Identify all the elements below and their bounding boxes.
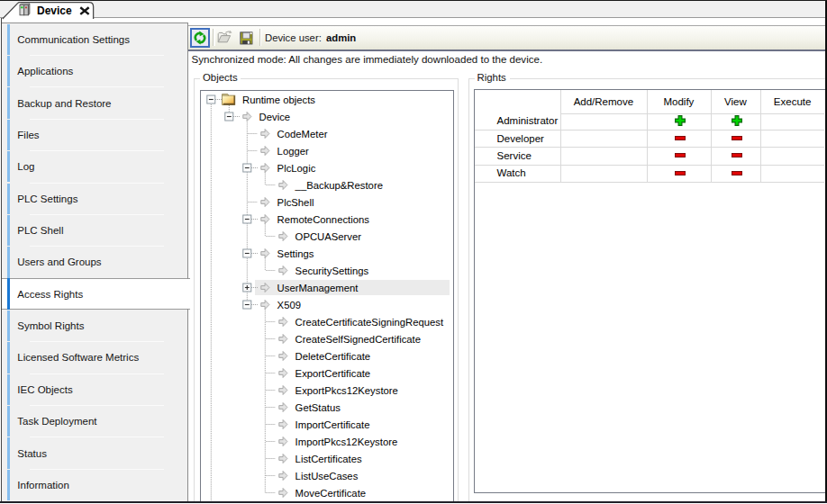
svg-text:ImportPkcs12Keystore: ImportPkcs12Keystore [295,436,398,447]
svg-text:Device: Device [259,112,291,122]
svg-text:ImportCertificate: ImportCertificate [295,419,370,430]
svg-text:ListUseCases: ListUseCases [295,471,359,482]
svg-text:PlcLogic: PlcLogic [277,163,316,174]
svg-text:OPCUAServer: OPCUAServer [295,231,362,242]
svg-text:UserManagement: UserManagement [277,283,359,293]
svg-text:SecuritySettings: SecuritySettings [295,266,369,276]
svg-text:Device: Device [37,4,72,17]
svg-text:ListCertificates: ListCertificates [295,454,362,464]
svg-text:GetStatus: GetStatus [295,402,341,413]
svg-text:DeleteCertificate: DeleteCertificate [295,351,371,362]
svg-text:X509: X509 [277,300,301,310]
svg-text:Logger: Logger [277,146,309,157]
svg-text:ExportCertificate: ExportCertificate [295,368,371,379]
svg-text:MoveCertificate: MoveCertificate [295,488,366,499]
svg-text:ExportPkcs12Keystore: ExportPkcs12Keystore [295,385,398,396]
svg-text:CodeMeter: CodeMeter [277,129,328,140]
svg-text:CreateCertificateSigningReques: CreateCertificateSigningRequest [295,317,444,328]
svg-text:Runtime objects: Runtime objects [242,94,315,105]
svg-text:PlcShell: PlcShell [277,197,314,208]
svg-text:Settings: Settings [277,248,314,259]
svg-text:__Backup&Restore: __Backup&Restore [295,180,383,191]
svg-text:RemoteConnections: RemoteConnections [277,214,370,225]
svg-text:CreateSelfSignedCertificate: CreateSelfSignedCertificate [295,334,421,345]
